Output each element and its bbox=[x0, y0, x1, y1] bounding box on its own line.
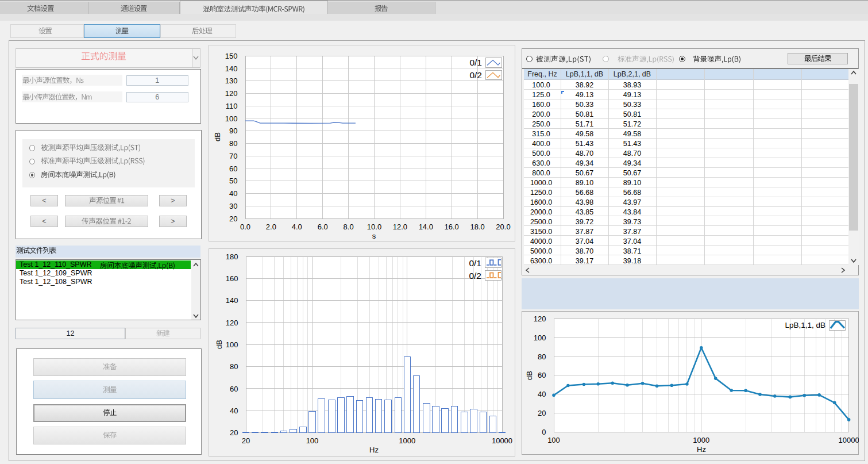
svg-text:14.0: 14.0 bbox=[419, 223, 433, 231]
svg-text:1000: 1000 bbox=[399, 436, 415, 445]
svg-text:dB: dB bbox=[215, 340, 223, 349]
svg-text:8.0: 8.0 bbox=[344, 223, 354, 231]
svg-text:0/2: 0/2 bbox=[469, 271, 481, 281]
svg-text:50: 50 bbox=[229, 177, 237, 185]
svg-text:6.0: 6.0 bbox=[318, 223, 328, 231]
svg-text:80: 80 bbox=[230, 362, 238, 371]
svg-text:1000: 1000 bbox=[693, 436, 709, 444]
svg-text:0.0: 0.0 bbox=[240, 223, 250, 231]
svg-text:140: 140 bbox=[225, 64, 238, 73]
svg-text:0/1: 0/1 bbox=[469, 258, 481, 268]
svg-text:180: 180 bbox=[226, 252, 238, 261]
svg-text:4.0: 4.0 bbox=[292, 223, 302, 231]
svg-text:10000: 10000 bbox=[492, 436, 512, 445]
svg-text:100: 100 bbox=[306, 436, 319, 445]
svg-text:Hz: Hz bbox=[369, 446, 379, 454]
svg-text:dB: dB bbox=[525, 371, 534, 380]
svg-text:30: 30 bbox=[229, 202, 237, 210]
svg-text:140: 140 bbox=[226, 296, 238, 305]
svg-text:LpB,1,1, dB: LpB,1,1, dB bbox=[785, 321, 825, 329]
svg-text:120: 120 bbox=[226, 319, 238, 327]
svg-text:110: 110 bbox=[226, 102, 238, 110]
svg-text:120: 120 bbox=[534, 315, 546, 323]
svg-text:40: 40 bbox=[229, 189, 237, 198]
svg-text:60: 60 bbox=[538, 371, 546, 379]
svg-text:70: 70 bbox=[229, 152, 237, 160]
svg-text:80: 80 bbox=[229, 139, 237, 148]
svg-text:150: 150 bbox=[225, 52, 238, 60]
svg-text:60: 60 bbox=[229, 164, 237, 173]
svg-text:20: 20 bbox=[229, 214, 237, 223]
svg-text:10000: 10000 bbox=[839, 436, 859, 444]
svg-text:60: 60 bbox=[230, 385, 238, 393]
svg-text:2.0: 2.0 bbox=[266, 223, 276, 231]
svg-text:20: 20 bbox=[242, 436, 250, 445]
svg-text:100: 100 bbox=[225, 114, 238, 123]
svg-text:100: 100 bbox=[534, 333, 546, 342]
svg-text:120: 120 bbox=[225, 89, 238, 98]
svg-text:20.0: 20.0 bbox=[496, 223, 510, 231]
svg-text:16.0: 16.0 bbox=[445, 223, 459, 231]
svg-text:0: 0 bbox=[542, 428, 546, 436]
svg-text:0/1: 0/1 bbox=[469, 57, 482, 67]
svg-text:80: 80 bbox=[538, 352, 546, 361]
svg-text:s: s bbox=[372, 232, 376, 240]
svg-text:0/2: 0/2 bbox=[469, 70, 482, 80]
svg-text:40: 40 bbox=[538, 390, 546, 398]
svg-text:100: 100 bbox=[226, 340, 238, 349]
svg-text:dB: dB bbox=[213, 132, 222, 141]
svg-text:20: 20 bbox=[230, 428, 238, 437]
svg-text:12.0: 12.0 bbox=[393, 223, 407, 231]
svg-text:18.0: 18.0 bbox=[470, 223, 484, 231]
svg-text:90: 90 bbox=[229, 126, 237, 135]
svg-text:20: 20 bbox=[538, 409, 546, 417]
svg-text:160: 160 bbox=[226, 274, 238, 283]
svg-text:100: 100 bbox=[547, 436, 560, 444]
svg-text:40: 40 bbox=[230, 407, 238, 415]
svg-text:130: 130 bbox=[225, 76, 238, 85]
svg-text:10.0: 10.0 bbox=[367, 223, 381, 231]
svg-text:Hz: Hz bbox=[697, 445, 706, 454]
